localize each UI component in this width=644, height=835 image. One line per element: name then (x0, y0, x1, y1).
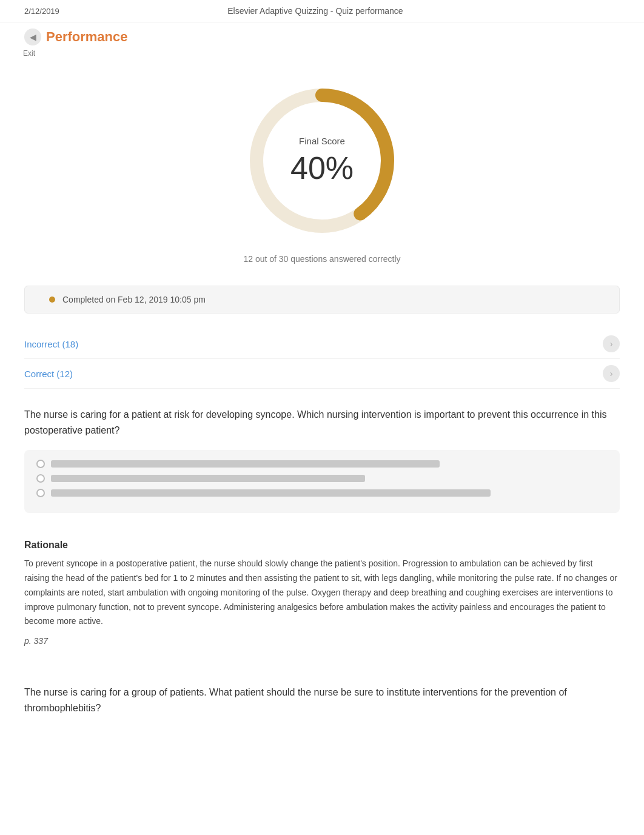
radio-3 (36, 489, 45, 497)
top-date: 2/12/2019 (24, 7, 59, 16)
answer-text-1 (51, 460, 440, 468)
correct-expand-icon[interactable]: › (603, 365, 620, 382)
radio-2 (36, 474, 45, 483)
question1-text: The nurse is caring for a patient at ris… (24, 407, 620, 438)
results-section: Incorrect (18) › Correct (12) › (0, 323, 644, 395)
donut-center: Final Score 40% (290, 136, 354, 186)
rationale-text: To prevent syncope in a postoperative pa… (24, 557, 620, 629)
correct-row[interactable]: Correct (12) › (24, 359, 620, 389)
donut-chart: Final Score 40% (243, 82, 401, 240)
final-score-label: Final Score (290, 136, 354, 146)
answer-text-2 (51, 475, 365, 482)
incorrect-expand-icon[interactable]: › (603, 335, 620, 352)
incorrect-label[interactable]: Incorrect (18) (24, 339, 78, 349)
back-icon: ◀ (24, 29, 41, 45)
answers-box (24, 450, 620, 513)
score-section: Final Score 40% 12 out of 30 questions a… (0, 58, 644, 276)
answer-text-3 (51, 489, 491, 497)
score-subtext: 12 out of 30 questions answered correctl… (243, 254, 400, 264)
rationale-title: Rationale (24, 540, 620, 551)
answer-option-1 (36, 460, 608, 468)
back-button[interactable]: ◀ Performance (24, 29, 128, 45)
header-nav: ◀ Performance (0, 22, 644, 48)
answer-option-2 (36, 474, 608, 483)
answer-option-3 (36, 489, 608, 497)
exit-label[interactable]: Exit (0, 49, 644, 58)
top-title: Elsevier Adaptive Quizzing - Quiz perfor… (227, 6, 403, 16)
completed-dot (49, 297, 55, 303)
question2-text: The nurse is caring for a group of patie… (24, 685, 620, 716)
score-value: 40% (290, 150, 354, 186)
completed-bar: Completed on Feb 12, 2019 10:05 pm (24, 286, 620, 314)
chevron-icon-2: › (610, 369, 613, 378)
rationale-section: Rationale To prevent syncope in a postop… (0, 540, 644, 672)
back-arrow-icon: ◀ (30, 32, 36, 42)
correct-label[interactable]: Correct (12) (24, 369, 73, 379)
top-bar: 2/12/2019 Elsevier Adaptive Quizzing - Q… (0, 0, 644, 22)
question2-section: The nurse is caring for a group of patie… (0, 672, 644, 740)
completed-text: Completed on Feb 12, 2019 10:05 pm (62, 295, 206, 304)
page-ref: p. 337 (24, 636, 620, 646)
question1-section: The nurse is caring for a patient at ris… (0, 395, 644, 540)
incorrect-row[interactable]: Incorrect (18) › (24, 329, 620, 359)
chevron-icon: › (610, 339, 613, 349)
radio-1 (36, 460, 45, 468)
performance-label: Performance (46, 29, 128, 45)
